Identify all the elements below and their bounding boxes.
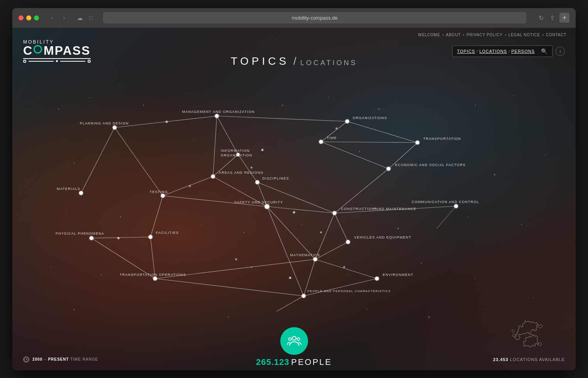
back-button[interactable]: ‹ bbox=[47, 13, 57, 23]
svg-point-100 bbox=[293, 211, 295, 213]
search-locations-link[interactable]: LOCATIONS bbox=[479, 49, 507, 54]
svg-point-26 bbox=[205, 259, 206, 260]
svg-point-18 bbox=[201, 224, 202, 225]
share-button[interactable]: ⇧ bbox=[548, 13, 556, 23]
svg-point-74 bbox=[113, 126, 117, 129]
nav-legal[interactable]: LEGAL NOTICE bbox=[509, 33, 540, 37]
svg-point-95 bbox=[166, 121, 168, 123]
forward-button[interactable]: › bbox=[59, 13, 69, 23]
people-count-row: 265.123 PEOPLE bbox=[256, 357, 332, 367]
svg-point-82 bbox=[255, 180, 259, 184]
svg-point-4 bbox=[282, 104, 283, 106]
app-header: MOBILITY C O MPASS TOPICS bbox=[12, 40, 576, 63]
svg-line-62 bbox=[91, 237, 150, 238]
svg-line-52 bbox=[257, 182, 267, 207]
svg-point-10 bbox=[74, 162, 75, 163]
svg-point-25 bbox=[101, 274, 102, 275]
people-icon bbox=[286, 333, 302, 349]
svg-point-33 bbox=[228, 316, 229, 318]
svg-line-39 bbox=[81, 128, 115, 193]
svg-line-67 bbox=[304, 259, 315, 296]
svg-line-65 bbox=[315, 242, 348, 259]
svg-line-70 bbox=[155, 279, 304, 296]
svg-point-6 bbox=[378, 108, 380, 110]
logo-line bbox=[23, 58, 91, 59]
svg-point-92 bbox=[153, 277, 157, 281]
logo-icon-row bbox=[23, 60, 91, 63]
nav-links: WELCOME ABOUT PRIVACY POLICY LEGAL NOTIC… bbox=[418, 33, 566, 37]
logo-compass-text: C O MPASS bbox=[23, 44, 91, 57]
search-button[interactable]: 🔍 bbox=[541, 48, 547, 54]
nav-sep-1 bbox=[443, 34, 444, 35]
nav-about[interactable]: ABOUT bbox=[446, 33, 461, 37]
svg-point-34 bbox=[367, 309, 368, 310]
close-dot[interactable] bbox=[19, 15, 24, 20]
svg-line-71 bbox=[277, 296, 304, 311]
bottom-left: 2000 – PRESENT TIME RANGE bbox=[23, 356, 98, 363]
svg-point-32 bbox=[178, 305, 179, 306]
maximize-dot[interactable] bbox=[34, 15, 39, 20]
svg-point-1 bbox=[89, 97, 90, 98]
tab-icon: □ bbox=[89, 15, 92, 21]
svg-line-47 bbox=[389, 143, 417, 169]
svg-point-106 bbox=[343, 266, 345, 268]
title-slash: / bbox=[293, 55, 296, 67]
svg-line-63 bbox=[150, 237, 155, 279]
svg-point-96 bbox=[262, 149, 264, 151]
svg-point-108 bbox=[289, 338, 291, 340]
svg-point-77 bbox=[319, 140, 323, 144]
svg-point-99 bbox=[189, 185, 191, 187]
svg-point-97 bbox=[336, 128, 337, 129]
svg-line-57 bbox=[267, 207, 315, 259]
people-count: 265.123 bbox=[256, 357, 289, 367]
svg-point-0 bbox=[58, 108, 59, 109]
svg-point-91 bbox=[313, 257, 317, 261]
app-content: WELCOME ABOUT PRIVACY POLICY LEGAL NOTIC… bbox=[12, 28, 576, 370]
search-box[interactable]: TOPICS / LOCATIONS / PERSONS 🔍 bbox=[452, 45, 553, 57]
svg-point-29 bbox=[421, 262, 422, 264]
svg-point-98 bbox=[251, 167, 252, 168]
svg-point-94 bbox=[302, 294, 306, 298]
time-range-icon bbox=[23, 356, 29, 363]
minimize-dot[interactable] bbox=[26, 15, 31, 20]
svg-point-84 bbox=[79, 191, 83, 195]
svg-line-61 bbox=[335, 206, 456, 213]
nav-welcome[interactable]: WELCOME bbox=[418, 33, 440, 37]
time-end: PRESENT bbox=[48, 357, 69, 361]
svg-line-68 bbox=[155, 259, 315, 279]
svg-point-75 bbox=[215, 114, 219, 118]
logo-circle-right bbox=[88, 60, 91, 63]
browser-titlebar: ‹ › ☁ □ mobility-compass.de ↻ ⇧ + bbox=[12, 8, 576, 28]
reload-button[interactable]: ↻ bbox=[537, 13, 545, 23]
svg-point-9 bbox=[514, 95, 514, 96]
title-locations: LOCATIONS bbox=[300, 59, 357, 67]
url-bar[interactable]: mobility-compass.de bbox=[103, 12, 526, 24]
svg-point-19 bbox=[243, 232, 245, 233]
locations-count: 23.453 bbox=[493, 357, 509, 362]
title-topics: TOPICS bbox=[231, 55, 289, 67]
svg-line-64 bbox=[91, 238, 155, 279]
svg-point-89 bbox=[90, 236, 93, 240]
svg-line-50 bbox=[213, 176, 267, 207]
new-tab-button[interactable]: + bbox=[559, 13, 569, 23]
people-circle[interactable] bbox=[280, 327, 308, 355]
people-label-text: PEOPLE bbox=[291, 357, 332, 367]
svg-line-43 bbox=[321, 121, 347, 142]
nav-contact[interactable]: CONTACT bbox=[546, 33, 566, 37]
svg-point-35 bbox=[428, 316, 430, 318]
browser-window: ‹ › ☁ □ mobility-compass.de ↻ ⇧ + WELCOM… bbox=[12, 8, 576, 370]
time-range-start: 2000 – PRESENT TIME RANGE bbox=[32, 357, 98, 361]
svg-point-2 bbox=[143, 104, 144, 106]
search-persons-link[interactable]: PERSONS bbox=[511, 49, 535, 54]
clock-icon bbox=[24, 357, 29, 362]
info-button[interactable]: i bbox=[556, 47, 565, 56]
search-topics-link[interactable]: TOPICS bbox=[457, 49, 475, 54]
svg-line-41 bbox=[213, 116, 217, 176]
svg-line-38 bbox=[115, 128, 163, 196]
svg-point-79 bbox=[237, 153, 240, 156]
svg-point-24 bbox=[51, 267, 51, 267]
svg-line-45 bbox=[321, 142, 417, 143]
bottom-right: 23.453 LOCATIONS AVAILABLE bbox=[493, 319, 565, 363]
svg-point-109 bbox=[297, 338, 300, 340]
nav-privacy[interactable]: PRIVACY POLICY bbox=[466, 33, 503, 37]
